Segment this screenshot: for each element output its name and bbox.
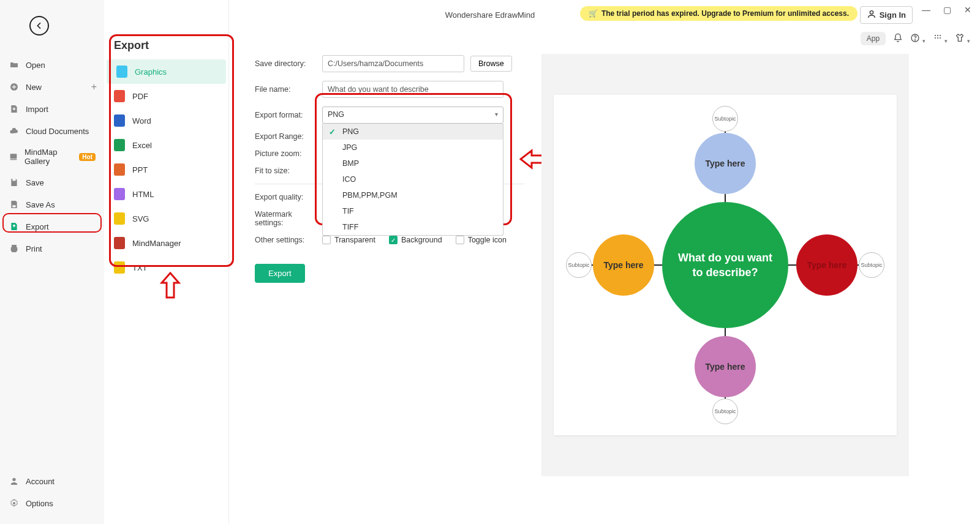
svg-rect-10: [10, 154, 17, 159]
export-type-mindmanager-label: MindManager: [132, 239, 181, 248]
format-option-ico[interactable]: ICO: [323, 171, 503, 187]
back-button[interactable]: [29, 16, 49, 36]
format-option-tif[interactable]: TIF: [323, 203, 503, 219]
subtopic-left[interactable]: Subtopic: [566, 252, 592, 278]
menu-cloud-label: Cloud Documents: [26, 127, 89, 136]
trial-banner[interactable]: 🛒 The trial period has expired. Upgrade …: [580, 6, 858, 21]
menu-open[interactable]: Open: [0, 54, 104, 76]
export-quality-label: Export quality:: [255, 193, 322, 201]
menu-new[interactable]: New +: [0, 76, 104, 98]
center-topic[interactable]: What do you want to describe?: [662, 202, 788, 328]
ppt-file-icon: [114, 163, 125, 176]
menu-cloud[interactable]: Cloud Documents: [0, 120, 104, 142]
menu-options[interactable]: Options: [0, 492, 104, 514]
export-type-excel[interactable]: Excel: [104, 133, 228, 157]
user-icon: [867, 9, 876, 21]
format-option-bmp[interactable]: BMP: [323, 155, 503, 171]
plus-icon[interactable]: +: [91, 81, 97, 92]
signin-button[interactable]: Sign In: [860, 6, 913, 24]
menu-print-label: Print: [26, 244, 42, 253]
menu-saveas[interactable]: Save As: [0, 193, 104, 215]
svg-rect-11: [12, 179, 15, 181]
export-type-word[interactable]: Word: [104, 108, 228, 133]
export-type-word-label: Word: [132, 116, 151, 125]
menu-gallery[interactable]: MindMap Gallery Hot: [0, 142, 104, 171]
menu-account[interactable]: Account: [0, 470, 104, 492]
excel-file-icon: [114, 139, 125, 151]
background-checkbox[interactable]: ✓Background: [389, 236, 442, 244]
subtopic-bottom[interactable]: Subtopic: [712, 399, 738, 424]
close-button[interactable]: ✕: [960, 5, 975, 15]
export-button[interactable]: Export: [255, 264, 305, 283]
transparent-checkbox[interactable]: Transparent: [322, 236, 375, 244]
menu-import-label: Import: [26, 105, 48, 114]
menu-print[interactable]: Print: [0, 238, 104, 260]
subtopic-top[interactable]: Subtopic: [712, 106, 738, 132]
export-type-svg[interactable]: SVG: [104, 206, 228, 231]
export-type-html[interactable]: HTML: [104, 182, 228, 206]
menu-gallery-label: MindMap Gallery: [24, 148, 73, 166]
apps-grid-icon[interactable]: ▾: [933, 33, 948, 45]
export-type-excel-label: Excel: [132, 141, 152, 150]
menu-options-label: Options: [26, 499, 53, 508]
file-name-input[interactable]: [322, 81, 503, 98]
bell-icon[interactable]: [893, 33, 903, 45]
app-pill[interactable]: App: [861, 32, 886, 45]
svg-file-icon: [114, 212, 125, 225]
export-type-txt[interactable]: TXT: [104, 255, 228, 280]
branch-left[interactable]: Type here: [593, 234, 654, 296]
svg-point-8: [940, 37, 941, 38]
menu-export[interactable]: Export: [0, 215, 104, 238]
app-title: Wondershare EdrawMind: [445, 10, 535, 20]
export-type-pdf[interactable]: PDF: [104, 84, 228, 108]
save-dir-input[interactable]: [322, 55, 464, 72]
export-format-select[interactable]: PNG ▾ PNG JPG BMP ICO PBM,PPM,PGM TIF TI…: [322, 107, 503, 124]
menu-save[interactable]: Save: [0, 171, 104, 193]
export-type-graphics[interactable]: Graphics: [107, 59, 226, 84]
svg-point-7: [937, 37, 938, 38]
svg-point-6: [935, 37, 936, 38]
toggle-icon-label: Toggle icon: [468, 236, 507, 244]
file-menu: Open New + Import Cloud Documents MindMa…: [0, 0, 104, 524]
format-option-jpg[interactable]: JPG: [323, 140, 503, 155]
graphics-file-icon: [116, 66, 127, 78]
txt-file-icon: [114, 261, 125, 274]
format-option-tiff[interactable]: TIFF: [323, 219, 503, 235]
save-icon: [9, 177, 20, 188]
svg-point-4: [937, 34, 938, 36]
branch-right[interactable]: Type here: [796, 234, 858, 296]
export-type-graphics-label: Graphics: [135, 67, 167, 77]
picture-zoom-label: Picture zoom:: [255, 149, 322, 158]
import-icon: [9, 103, 20, 114]
svg-point-3: [935, 34, 936, 36]
subtopic-right[interactable]: Subtopic: [859, 252, 884, 278]
toggle-icon-checkbox[interactable]: Toggle icon: [456, 236, 507, 244]
help-icon[interactable]: ▾: [910, 33, 925, 45]
export-range-label: Export Range:: [255, 132, 322, 141]
export-type-mindmanager[interactable]: MindManager: [104, 231, 228, 255]
account-icon: [9, 476, 20, 487]
menu-save-label: Save: [26, 178, 44, 187]
format-option-pbm[interactable]: PBM,PPM,PGM: [323, 187, 503, 203]
branch-top[interactable]: Type here: [695, 133, 756, 194]
shirt-icon[interactable]: ▾: [955, 33, 970, 45]
svg-point-0: [870, 11, 873, 14]
trial-banner-text: The trial period has expired. Upgrade to…: [601, 9, 849, 18]
export-type-ppt[interactable]: PPT: [104, 157, 228, 182]
menu-import[interactable]: Import: [0, 98, 104, 120]
watermark-label: Watermark settings:: [255, 210, 322, 227]
svg-point-14: [13, 502, 15, 504]
fit-size-label: Fit to size:: [255, 167, 322, 175]
export-panel-title: Export: [114, 39, 228, 52]
svg-rect-12: [12, 205, 15, 207]
format-option-png[interactable]: PNG: [323, 124, 503, 140]
maximize-button[interactable]: ▢: [940, 5, 954, 15]
cart-icon: 🛒: [589, 9, 598, 18]
minimize-button[interactable]: —: [919, 5, 933, 15]
gallery-icon: [9, 151, 18, 162]
browse-button[interactable]: Browse: [470, 56, 512, 72]
branch-bottom[interactable]: Type here: [695, 336, 756, 397]
hot-badge: Hot: [79, 153, 96, 161]
print-icon: [9, 243, 20, 254]
menu-export-label: Export: [26, 222, 49, 231]
